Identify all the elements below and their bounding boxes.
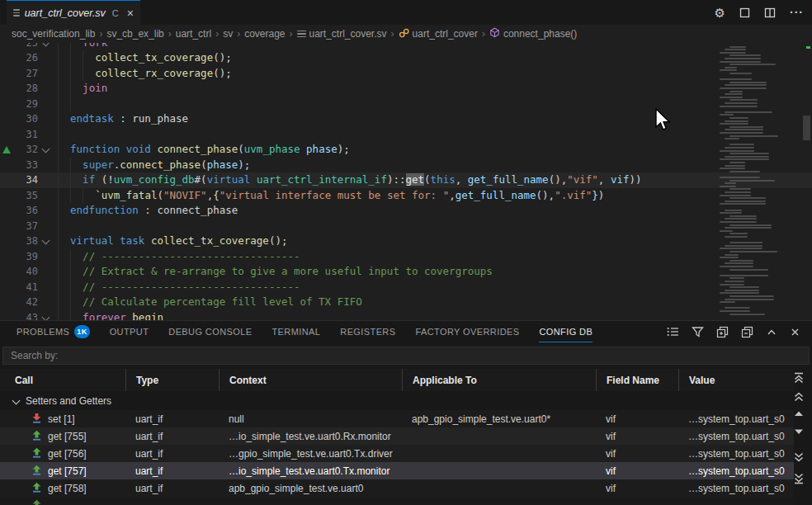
column-type[interactable]: Type bbox=[125, 369, 219, 391]
settings-gear-icon[interactable]: ⚙ bbox=[715, 7, 725, 19]
panel-tab-problems[interactable]: PROBLEMS1K bbox=[17, 321, 90, 342]
column-applicable-to[interactable]: Applicable To bbox=[402, 369, 596, 391]
filter-icon[interactable] bbox=[692, 326, 704, 337]
scroll-up-icon[interactable] bbox=[792, 409, 805, 418]
column-value[interactable]: Value bbox=[678, 369, 794, 391]
tab-uart-ctrl-cover[interactable]: uart_ctrl_cover.sv C × bbox=[7, 0, 140, 25]
page-up-icon[interactable] bbox=[792, 392, 805, 402]
column-context[interactable]: Context bbox=[219, 369, 402, 391]
minimap-line bbox=[725, 165, 745, 167]
cell-value: …system_top.uart_s0 bbox=[678, 483, 794, 494]
panel-tab-factory-overrides[interactable]: FACTORY OVERRIDES bbox=[415, 321, 519, 342]
code-text: virtual task collect_tx_coverage(); bbox=[54, 234, 812, 249]
code-line[interactable]: 39// -------------------------------- bbox=[0, 249, 812, 265]
page-down-icon[interactable] bbox=[792, 452, 805, 462]
column-call[interactable]: Call bbox=[0, 369, 125, 391]
breadcrumb-file[interactable]: uart_ctrl_cover.sv bbox=[297, 28, 387, 40]
table-row-get755[interactable]: get [755]uart_if…io_simple_test.ve.uart0… bbox=[0, 427, 794, 445]
group-setters-and-getters[interactable]: Setters and Getters bbox=[0, 393, 794, 409]
code-line[interactable]: 38virtual task collect_tx_coverage(); bbox=[0, 234, 812, 249]
panel-tab-debug-console[interactable]: DEBUG CONSOLE bbox=[168, 321, 252, 342]
code-line[interactable]: 31 bbox=[0, 127, 812, 143]
code-editor[interactable]: 25fork26collect_tx_coverage();27collect_… bbox=[0, 43, 812, 320]
breadcrumb-method[interactable]: connect_phase() bbox=[489, 27, 577, 40]
breadcrumb-folder[interactable]: soc_verification_lib bbox=[12, 28, 95, 40]
token: , bbox=[598, 173, 611, 186]
indent-guide bbox=[70, 249, 71, 265]
vscode-window: uart_ctrl_cover.sv C × ⚙ ··· soc_verific… bbox=[0, 0, 812, 505]
breadcrumb-folder[interactable]: uart_ctrl bbox=[176, 28, 211, 40]
table-row-partial[interactable] bbox=[0, 497, 794, 505]
split-editor-icon[interactable] bbox=[764, 7, 776, 18]
panel-tab-registers[interactable]: REGISTERS bbox=[340, 321, 395, 342]
minimap-line bbox=[729, 215, 757, 217]
maximize-panel-icon[interactable] bbox=[766, 327, 777, 337]
layout-square-icon[interactable] bbox=[739, 7, 750, 18]
indent-guide bbox=[58, 142, 59, 158]
fold-spacer bbox=[38, 50, 54, 66]
panel-tab-output[interactable]: OUTPUT bbox=[110, 321, 149, 342]
panel-tab-terminal[interactable]: TERMINAL bbox=[271, 321, 320, 342]
code-line[interactable]: 34if (!uvm_config_db#(virtual uart_ctrl_… bbox=[0, 172, 812, 188]
code-line[interactable]: 37 bbox=[0, 219, 812, 234]
code-line[interactable]: 27collect_rx_coverage(); bbox=[0, 66, 812, 82]
tab-close-icon[interactable]: × bbox=[127, 7, 134, 20]
breadcrumb-class[interactable]: uart_ctrl_cover bbox=[399, 28, 478, 40]
table-row-get756[interactable]: get [756]uart_if…gpio_simple_test.ve.uar… bbox=[0, 445, 794, 462]
line-number: 29 bbox=[17, 97, 38, 112]
code-line[interactable]: 25fork bbox=[0, 43, 812, 50]
minimap-line bbox=[729, 73, 752, 74]
minimap-line bbox=[720, 203, 766, 205]
code-line[interactable]: 35`uvm_fatal("NOVIF",{"virtual interface… bbox=[0, 188, 812, 204]
code-line[interactable]: 42// Calculate percentage fill level of … bbox=[0, 295, 812, 310]
code-line[interactable]: 43forever begin bbox=[0, 310, 812, 321]
breadcrumb-folder[interactable]: sv bbox=[223, 28, 233, 40]
token: connect_phase bbox=[120, 158, 201, 171]
code-line[interactable]: 26collect_tx_coverage(); bbox=[0, 50, 812, 66]
minimap-line bbox=[720, 106, 758, 107]
token: endfunction bbox=[70, 204, 139, 216]
editor-scrollbar-thumb[interactable] bbox=[803, 116, 810, 140]
panel-tab-label: TERMINAL bbox=[271, 327, 320, 337]
minimap-line bbox=[725, 156, 769, 158]
table-row-set1[interactable]: set [1]uart_ifnullapb_gpio_simple_test.v… bbox=[0, 410, 794, 427]
scroll-to-bottom-icon[interactable] bbox=[792, 473, 805, 484]
breadcrumb-folder[interactable]: sv_cb_ex_lib bbox=[106, 28, 163, 40]
minimap[interactable] bbox=[716, 43, 782, 320]
code-text: fork bbox=[54, 43, 812, 50]
minimap-line bbox=[725, 245, 762, 247]
table-row-get758[interactable]: get [758]uart_ifapb_gpio_simple_test.ve.… bbox=[0, 479, 794, 497]
line-number: 28 bbox=[17, 81, 38, 97]
line-number: 30 bbox=[17, 111, 38, 127]
line-number: 35 bbox=[17, 188, 38, 204]
code-line[interactable]: 32function void connect_phase(uvm_phase … bbox=[0, 142, 812, 158]
duplicate-minus-icon[interactable] bbox=[741, 326, 753, 338]
token: ); bbox=[238, 158, 250, 171]
code-line[interactable]: 30endtask : run_phase bbox=[0, 111, 812, 127]
configdb-search[interactable] bbox=[2, 347, 810, 365]
column-field-name[interactable]: Field Name bbox=[596, 369, 678, 391]
minimap-line bbox=[725, 58, 761, 59]
scroll-down-icon[interactable] bbox=[792, 427, 805, 436]
minimap-line bbox=[720, 266, 753, 267]
fold-chevron-icon[interactable] bbox=[38, 234, 54, 249]
duplicate-plus-icon[interactable] bbox=[716, 326, 729, 338]
code-line[interactable]: 29 bbox=[0, 97, 812, 112]
table-row-get757[interactable]: get [757]uart_if…io_simple_test.ve.uart0… bbox=[0, 462, 794, 479]
breadcrumb-folder[interactable]: coverage bbox=[244, 28, 285, 40]
tasklist-icon[interactable] bbox=[667, 326, 679, 337]
code-line[interactable]: 40// Extract & re-arrange to give a more… bbox=[0, 264, 812, 280]
more-actions-icon[interactable]: ··· bbox=[790, 7, 804, 18]
fold-spacer bbox=[38, 81, 54, 97]
minimap-line bbox=[720, 248, 762, 249]
code-line[interactable]: 28join bbox=[0, 81, 812, 97]
fold-chevron-icon[interactable] bbox=[38, 43, 54, 50]
scroll-to-top-icon[interactable] bbox=[792, 372, 805, 384]
code-line[interactable]: 41// -------------------------------- bbox=[0, 280, 812, 295]
code-line[interactable]: 33super.connect_phase(phase); bbox=[0, 158, 812, 173]
fold-chevron-icon[interactable] bbox=[38, 142, 54, 158]
code-line[interactable]: 36endfunction : connect_phase bbox=[0, 203, 812, 219]
search-input[interactable] bbox=[9, 349, 809, 362]
panel-tab-config-db[interactable]: CONFIG DB bbox=[539, 321, 592, 342]
fold-chevron-icon[interactable] bbox=[38, 310, 54, 321]
